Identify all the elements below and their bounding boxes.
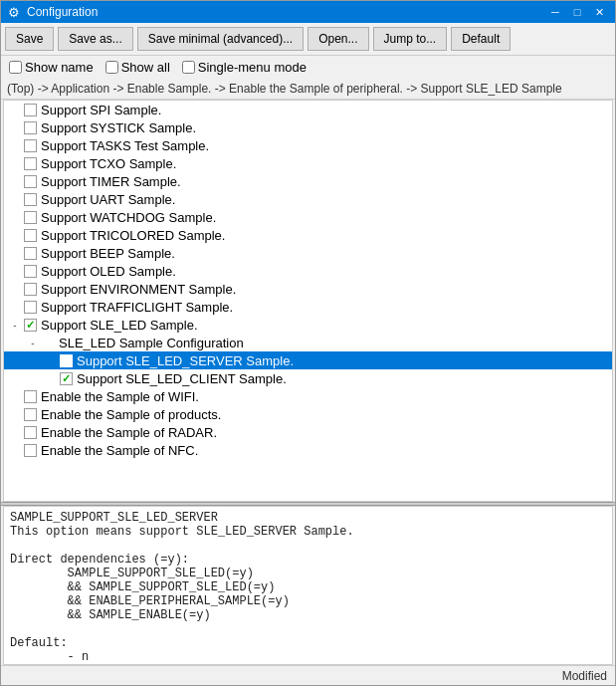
item-checkbox[interactable]: ✓ bbox=[60, 372, 73, 385]
item-checkbox[interactable] bbox=[24, 157, 37, 170]
tree-item-label: Support UART Sample. bbox=[41, 192, 175, 207]
description-panel: SAMPLE_SUPPORT_SLE_LED_SERVER This optio… bbox=[3, 506, 613, 665]
item-checkbox[interactable] bbox=[24, 211, 37, 224]
tree-item-label: Support ENVIRONMENT Sample. bbox=[41, 282, 236, 297]
tree-item-label: Support SLE_LED_CLIENT Sample. bbox=[77, 371, 287, 386]
title-bar: ⚙ Configuration ─ □ ✕ bbox=[1, 1, 615, 23]
tree-item-label: Support TRICOLORED Sample. bbox=[41, 228, 225, 243]
tree-item[interactable]: Support WATCHDOG Sample. bbox=[4, 208, 612, 226]
tree-item-label: Support TASKS Test Sample. bbox=[41, 138, 209, 153]
tree-item-label: Support TCXO Sample. bbox=[41, 156, 176, 171]
status-text: Modified bbox=[562, 669, 607, 683]
item-checkbox[interactable] bbox=[24, 104, 37, 116]
tree-item-label: SLE_LED Sample Configuration bbox=[59, 336, 244, 350]
tree-item[interactable]: Enable the Sample of products. bbox=[4, 405, 612, 423]
tree-item[interactable]: Support SPI Sample. bbox=[4, 101, 612, 118]
item-checkbox[interactable] bbox=[24, 444, 37, 457]
tree-item-label: Enable the Sample of NFC. bbox=[41, 443, 198, 458]
tree-item[interactable]: -SLE_LED Sample Configuration bbox=[4, 334, 612, 351]
tree-item-label: Support SPI Sample. bbox=[41, 103, 161, 117]
toolbar: Save Save as... Save minimal (advanced).… bbox=[1, 23, 615, 56]
tree-item-label: Support TRAFFICLIGHT Sample. bbox=[41, 300, 233, 315]
tree-item[interactable]: -✓Support SLE_LED Sample. bbox=[4, 316, 612, 334]
maximize-button[interactable]: □ bbox=[567, 4, 587, 20]
main-area: Support SPI Sample.Support SYSTICK Sampl… bbox=[1, 100, 615, 665]
open-button[interactable]: Open... bbox=[308, 27, 368, 51]
collapse-icon[interactable]: - bbox=[26, 336, 40, 349]
item-checkbox[interactable] bbox=[24, 175, 37, 188]
jump-to-button[interactable]: Jump to... bbox=[373, 27, 448, 51]
item-checkbox[interactable] bbox=[24, 247, 37, 260]
breadcrumb: (Top) -> Application -> Enable Sample. -… bbox=[1, 79, 615, 100]
tree-item[interactable]: Enable the Sample of RADAR. bbox=[4, 423, 612, 441]
tree-item[interactable]: Support TASKS Test Sample. bbox=[4, 136, 612, 154]
tree-item[interactable]: Enable the Sample of NFC. bbox=[4, 441, 612, 459]
tree-item-label: Support SLE_LED Sample. bbox=[41, 318, 198, 333]
item-checkbox[interactable] bbox=[24, 426, 37, 439]
tree-item[interactable]: Enable the Sample of WIFI. bbox=[4, 387, 612, 405]
tree-item-label: Enable the Sample of WIFI. bbox=[41, 389, 199, 404]
tree-item-label: Enable the Sample of products. bbox=[41, 407, 221, 422]
tree-item-label: Support TIMER Sample. bbox=[41, 174, 181, 189]
item-checkbox[interactable] bbox=[24, 265, 37, 278]
item-checkbox[interactable] bbox=[24, 301, 37, 314]
single-menu-checkbox[interactable] bbox=[182, 61, 195, 74]
tree-item-label: Support OLED Sample. bbox=[41, 264, 176, 279]
save-minimal-button[interactable]: Save minimal (advanced)... bbox=[137, 27, 304, 51]
tree-item[interactable]: Support UART Sample. bbox=[4, 190, 612, 208]
item-checkbox[interactable] bbox=[24, 229, 37, 242]
item-checkbox[interactable] bbox=[24, 390, 37, 403]
default-button[interactable]: Default bbox=[451, 27, 511, 51]
tree-item[interactable]: Support OLED Sample. bbox=[4, 262, 612, 280]
item-checkbox[interactable] bbox=[60, 354, 73, 367]
tree-item[interactable]: Support TRICOLORED Sample. bbox=[4, 226, 612, 244]
collapse-icon[interactable]: - bbox=[8, 318, 22, 332]
options-bar: Show name Show all Single-menu mode bbox=[1, 56, 615, 79]
item-checkbox[interactable]: ✓ bbox=[24, 319, 37, 332]
show-all-checkbox[interactable] bbox=[105, 61, 118, 74]
tree-item[interactable]: Support SYSTICK Sample. bbox=[4, 118, 612, 136]
tree-item-label: Support WATCHDOG Sample. bbox=[41, 210, 216, 225]
tree-item[interactable]: Support TRAFFICLIGHT Sample. bbox=[4, 298, 612, 316]
window-controls: ─ □ ✕ bbox=[545, 4, 609, 20]
show-name-checkbox[interactable] bbox=[9, 61, 22, 74]
tree-item[interactable]: Support TCXO Sample. bbox=[4, 154, 612, 172]
save-button[interactable]: Save bbox=[5, 27, 54, 51]
item-checkbox[interactable] bbox=[24, 408, 37, 421]
tree-item-label: Support SLE_LED_SERVER Sample. bbox=[77, 353, 294, 368]
save-as-button[interactable]: Save as... bbox=[58, 27, 132, 51]
close-button[interactable]: ✕ bbox=[589, 4, 609, 20]
tree-item-label: Support BEEP Sample. bbox=[41, 246, 175, 261]
status-bar: Modified bbox=[1, 665, 615, 685]
show-all-label: Show all bbox=[121, 60, 170, 75]
tree-panel[interactable]: Support SPI Sample.Support SYSTICK Sampl… bbox=[3, 100, 613, 502]
item-checkbox[interactable] bbox=[24, 283, 37, 296]
tree-item-label: Support SYSTICK Sample. bbox=[41, 120, 196, 135]
tree-item-label: Enable the Sample of RADAR. bbox=[41, 425, 217, 440]
main-window: ⚙ Configuration ─ □ ✕ Save Save as... Sa… bbox=[0, 0, 616, 686]
show-name-option[interactable]: Show name bbox=[9, 60, 94, 75]
item-checkbox[interactable] bbox=[24, 193, 37, 206]
item-checkbox[interactable] bbox=[24, 121, 37, 134]
minimize-button[interactable]: ─ bbox=[545, 4, 565, 20]
tree-item[interactable]: Support SLE_LED_SERVER Sample. bbox=[4, 351, 612, 369]
tree-item[interactable]: Support BEEP Sample. bbox=[4, 244, 612, 262]
app-icon: ⚙ bbox=[7, 5, 21, 19]
tree-item[interactable]: ✓Support SLE_LED_CLIENT Sample. bbox=[4, 369, 612, 387]
single-menu-option[interactable]: Single-menu mode bbox=[182, 60, 307, 75]
show-all-option[interactable]: Show all bbox=[105, 60, 170, 75]
item-checkbox[interactable] bbox=[24, 139, 37, 152]
tree-item[interactable]: Support TIMER Sample. bbox=[4, 172, 612, 190]
show-name-label: Show name bbox=[25, 60, 94, 75]
single-menu-label: Single-menu mode bbox=[198, 60, 307, 75]
window-title: Configuration bbox=[27, 5, 545, 19]
tree-item[interactable]: Support ENVIRONMENT Sample. bbox=[4, 280, 612, 298]
